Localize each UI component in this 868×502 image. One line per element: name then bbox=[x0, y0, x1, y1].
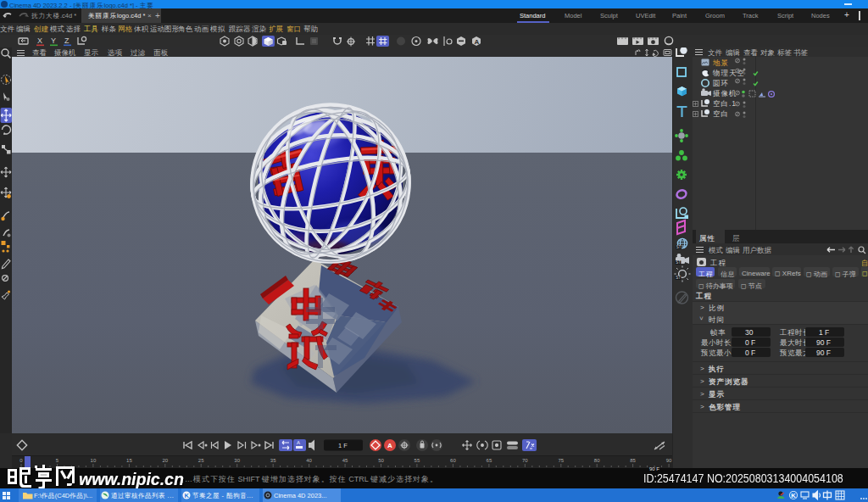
svg-text:A: A bbox=[297, 440, 300, 445]
svg-text:摄像机: 摄像机 bbox=[712, 89, 737, 98]
svg-text:70: 70 bbox=[522, 458, 528, 463]
svg-text:85: 85 bbox=[630, 458, 636, 463]
svg-text:K: K bbox=[185, 492, 190, 499]
svg-text:55: 55 bbox=[415, 458, 420, 463]
svg-text:1 F: 1 F bbox=[338, 442, 348, 449]
svg-text:90: 90 bbox=[666, 458, 672, 463]
svg-text:35: 35 bbox=[270, 458, 276, 463]
svg-text:空白: 空白 bbox=[713, 109, 729, 118]
svg-text:80: 80 bbox=[594, 458, 600, 463]
svg-text:ST: ST bbox=[676, 245, 682, 249]
svg-text:50: 50 bbox=[378, 458, 384, 463]
svg-text:地景: 地景 bbox=[712, 59, 729, 67]
svg-text:X: X bbox=[37, 36, 42, 45]
svg-text:A: A bbox=[387, 442, 392, 449]
svg-text:物理天空: 物理天空 bbox=[712, 69, 745, 77]
svg-text:ST: ST bbox=[676, 260, 681, 265]
svg-text:Z: Z bbox=[64, 36, 70, 45]
svg-text:圆环: 圆环 bbox=[713, 79, 729, 87]
svg-text:Y: Y bbox=[51, 36, 56, 45]
svg-text:65: 65 bbox=[487, 458, 492, 463]
svg-text:A: A bbox=[475, 38, 480, 46]
svg-text:30: 30 bbox=[234, 458, 240, 463]
svg-text:www.nipic.cn: www.nipic.cn bbox=[79, 470, 184, 488]
svg-text:空白.1: 空白.1 bbox=[713, 99, 737, 108]
svg-text:45: 45 bbox=[342, 458, 348, 463]
svg-text:75: 75 bbox=[558, 458, 564, 463]
svg-text:60: 60 bbox=[450, 458, 456, 463]
svg-text:25: 25 bbox=[198, 458, 204, 463]
svg-text:ST: ST bbox=[676, 276, 681, 280]
svg-text:K: K bbox=[791, 492, 796, 499]
svg-text:40: 40 bbox=[306, 458, 312, 463]
